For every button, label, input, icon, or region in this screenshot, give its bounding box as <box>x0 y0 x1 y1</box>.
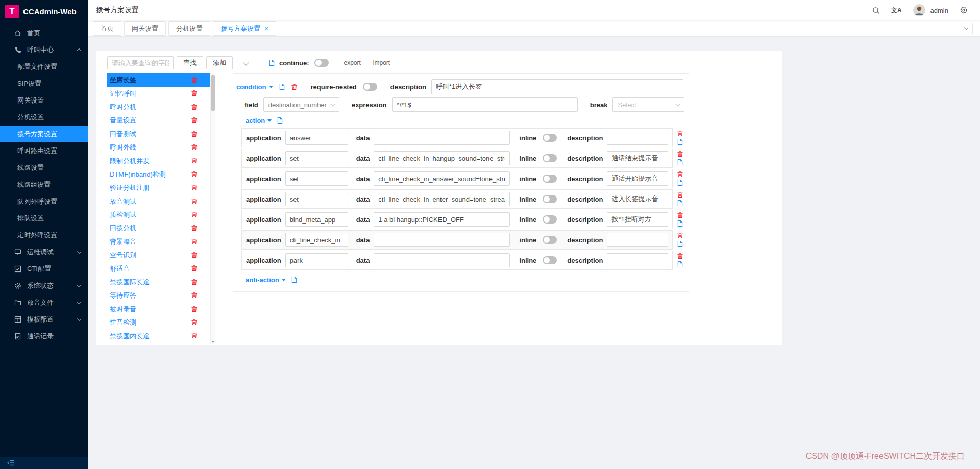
delete-plan-icon[interactable] <box>191 292 198 299</box>
plan-item[interactable]: 等待应答 <box>107 289 210 302</box>
continue-toggle[interactable] <box>314 59 329 67</box>
sidebar-item[interactable]: 放音文件 <box>0 294 88 311</box>
scrollbar-thumb[interactable] <box>211 75 215 111</box>
plan-item[interactable]: 禁拨国内长途 <box>107 329 210 342</box>
plan-item[interactable]: 坐席长签 <box>107 73 210 87</box>
search-input[interactable] <box>107 56 174 69</box>
sidebar-item[interactable]: 系统状态 <box>0 277 88 294</box>
sidebar-item[interactable]: 网关设置 <box>0 92 88 109</box>
delete-action-icon[interactable] <box>677 171 683 178</box>
plan-link[interactable]: 限制分机并发 <box>110 157 150 166</box>
plan-link[interactable]: 舒适音 <box>110 264 130 274</box>
delete-action-icon[interactable] <box>677 212 683 218</box>
data-input[interactable] <box>374 233 510 247</box>
plan-link[interactable]: 忙音检测 <box>110 318 136 327</box>
description-input[interactable] <box>607 233 668 247</box>
delete-plan-icon[interactable] <box>191 157 198 164</box>
plan-item[interactable]: 回音测试 <box>107 128 210 141</box>
data-input[interactable] <box>374 131 510 145</box>
avatar[interactable] <box>913 4 925 16</box>
action-toggle-link[interactable]: action <box>246 117 272 125</box>
delete-plan-icon[interactable] <box>191 198 198 205</box>
delete-plan-icon[interactable] <box>191 211 198 218</box>
application-input[interactable] <box>285 131 348 145</box>
data-input[interactable] <box>374 212 510 227</box>
description-input[interactable] <box>607 151 668 165</box>
sidebar-item[interactable]: 首页 <box>0 24 88 41</box>
plan-link[interactable]: 回音测试 <box>110 130 136 139</box>
delete-condition-icon[interactable] <box>291 84 298 90</box>
plan-item[interactable]: 呼叫分机 <box>107 101 210 114</box>
plan-link[interactable]: 质检测试 <box>110 210 136 219</box>
sidebar-item[interactable]: SIP设置 <box>0 75 88 92</box>
delete-plan-icon[interactable] <box>191 319 198 326</box>
collapse-chevron-icon[interactable] <box>244 61 248 65</box>
copy-action-icon[interactable] <box>677 261 683 268</box>
data-input[interactable] <box>374 253 510 267</box>
sidebar-item[interactable]: 线路组设置 <box>0 176 88 193</box>
application-input[interactable] <box>285 253 348 267</box>
delete-plan-icon[interactable] <box>191 144 198 151</box>
sidebar-item[interactable]: 分机设置 <box>0 109 88 126</box>
copy-condition-icon[interactable] <box>279 83 285 90</box>
copy-action-icon[interactable] <box>677 138 683 145</box>
delete-plan-icon[interactable] <box>191 171 198 178</box>
add-anti-action-icon[interactable] <box>291 276 298 283</box>
plan-link[interactable]: 空号识别 <box>110 251 136 260</box>
delete-plan-icon[interactable] <box>191 77 198 83</box>
sidebar-item[interactable]: 呼叫路由设置 <box>0 142 88 159</box>
delete-action-icon[interactable] <box>677 232 683 239</box>
plan-link[interactable]: 记忆呼叫 <box>110 89 136 98</box>
inline-toggle[interactable] <box>543 175 557 183</box>
application-input[interactable] <box>285 192 348 206</box>
require-nested-toggle[interactable] <box>363 83 377 91</box>
sidebar-item[interactable]: 通话记录 <box>0 328 88 344</box>
plan-link[interactable]: 禁拨国际长途 <box>110 278 150 287</box>
import-link[interactable]: import <box>373 59 390 66</box>
plan-link[interactable]: 等待应答 <box>110 291 136 300</box>
field-select[interactable]: destination_number <box>263 97 339 112</box>
plan-item[interactable]: 质检测试 <box>107 208 210 221</box>
sidebar-item[interactable]: 模板配置 <box>0 311 88 328</box>
delete-action-icon[interactable] <box>677 253 683 259</box>
plan-link[interactable]: 呼叫分机 <box>110 103 136 112</box>
inline-toggle[interactable] <box>543 195 557 203</box>
sidebar-item[interactable]: 定时外呼设置 <box>0 227 88 243</box>
description-input[interactable] <box>607 131 668 145</box>
copy-action-icon[interactable] <box>677 179 683 186</box>
condition-description-input[interactable] <box>431 79 683 94</box>
delete-plan-icon[interactable] <box>191 117 198 124</box>
plan-link[interactable]: 禁拨国内长途 <box>110 332 150 341</box>
description-input[interactable] <box>607 253 668 267</box>
delete-plan-icon[interactable] <box>191 90 198 96</box>
document-icon[interactable] <box>268 59 275 66</box>
inline-toggle[interactable] <box>543 134 557 142</box>
plan-item[interactable]: 禁拨国际长途 <box>107 276 210 289</box>
plan-item[interactable]: 背景噪音 <box>107 235 210 249</box>
delete-plan-icon[interactable] <box>191 184 198 191</box>
sidebar-item[interactable]: CTI配置 <box>0 260 88 277</box>
plan-item[interactable]: 舒适音 <box>107 262 210 275</box>
scrollbar-down-arrow[interactable]: ▼ <box>211 340 215 343</box>
delete-plan-icon[interactable] <box>191 104 198 110</box>
plan-item[interactable]: 忙音检测 <box>107 316 210 329</box>
tab[interactable]: 首页 <box>93 21 121 36</box>
sidebar-item[interactable]: 队列外呼设置 <box>0 193 88 210</box>
delete-action-icon[interactable] <box>677 151 683 157</box>
plan-item[interactable]: 限制分机并发 <box>107 154 210 167</box>
plan-item[interactable]: 回拨分机 <box>107 221 210 235</box>
application-input[interactable] <box>285 212 348 227</box>
sidebar-item[interactable]: 拨号方案设置 <box>0 126 88 142</box>
inline-toggle[interactable] <box>543 215 557 224</box>
tab[interactable]: 分机设置 <box>168 21 210 36</box>
description-input[interactable] <box>607 212 668 227</box>
copy-action-icon[interactable] <box>677 159 683 166</box>
add-button[interactable]: 添加 <box>206 56 233 69</box>
anti-action-toggle-link[interactable]: anti-action <box>246 276 286 284</box>
plan-link[interactable]: 呼叫外线 <box>110 143 136 152</box>
expression-input[interactable] <box>392 97 578 112</box>
plan-item[interactable]: 呼叫外线 <box>107 141 210 154</box>
delete-action-icon[interactable] <box>677 191 683 198</box>
delete-plan-icon[interactable] <box>191 306 198 312</box>
add-action-icon[interactable] <box>277 117 283 124</box>
